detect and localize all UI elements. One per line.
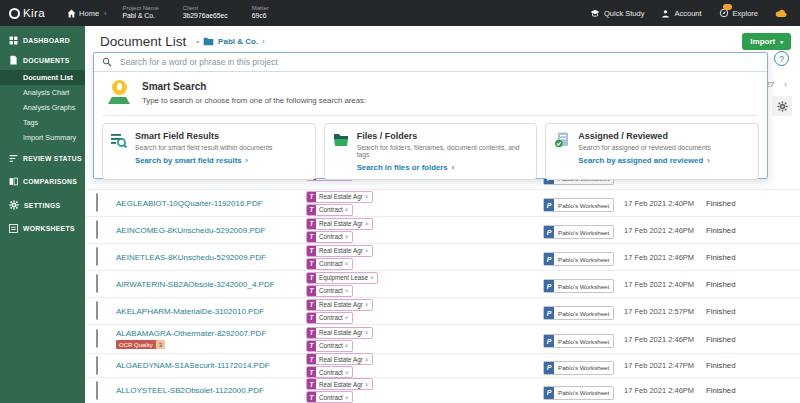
document-link[interactable]: AIRWATERIN-SB2AObsole-3242000_4.PDF	[116, 280, 275, 289]
row-checkbox[interactable]	[96, 329, 98, 348]
document-link[interactable]: AEGLEABIOT-10QQuarter-1192016.PDF	[116, 199, 263, 208]
sidebar-item-dashboard[interactable]: DASHBOARD	[0, 31, 85, 50]
import-button[interactable]: Import ▾	[742, 33, 791, 50]
status-cell: Finished	[706, 253, 800, 262]
remove-tag-icon[interactable]: ×	[365, 356, 372, 363]
status-cell: Finished	[706, 199, 800, 208]
remove-tag-icon[interactable]: ×	[345, 314, 352, 321]
row-checkbox[interactable]	[96, 193, 98, 212]
remove-tag-icon[interactable]: ×	[345, 260, 352, 267]
row-checkbox[interactable]	[96, 247, 98, 266]
document-link[interactable]: ALABAMAGRA-Othermater-8292007.PDF	[116, 329, 266, 338]
sidebar-item-documents[interactable]: DOCUMENTS	[0, 50, 85, 70]
worksheet-badge[interactable]: PPablo's Worksheet	[543, 361, 614, 375]
date-cell: 17 Feb 2021 2:46PM	[624, 226, 706, 235]
files-folders-card[interactable]: Files / Folders Search for folders, file…	[324, 123, 538, 180]
tag-chip: TReal Estate Agr×	[306, 327, 373, 339]
remove-tag-icon[interactable]: ×	[365, 329, 372, 336]
date-cell: 17 Feb 2021 2:40PM	[624, 280, 706, 289]
worksheet-badge[interactable]: PPablo's Worksheet	[543, 252, 614, 266]
tag-icon: T	[307, 367, 316, 377]
kira-logo-icon	[9, 8, 20, 19]
remove-tag-icon[interactable]: ×	[345, 342, 352, 349]
worksheet-badge[interactable]: PPablo's Worksheet	[543, 386, 614, 400]
sidebar-item-worksheets[interactable]: WORKSHEETS	[0, 219, 85, 238]
sidebar-item-comparisons[interactable]: COMPARISONS	[0, 172, 85, 191]
chevron-right-icon: ›	[262, 38, 264, 45]
remove-tag-icon[interactable]: ×	[345, 206, 352, 213]
remove-tag-icon[interactable]: ×	[365, 193, 372, 200]
next-page-icon[interactable]: ›	[784, 80, 787, 89]
explore-button[interactable]: Explore	[719, 8, 758, 18]
assigned-reviewed-card[interactable]: Assigned / Reviewed Search for assigned …	[545, 123, 759, 180]
date-cell: 17 Feb 2021 2:57PM	[624, 307, 706, 316]
page-title: Document List	[100, 34, 186, 49]
tag-chip: TReal Estate Agr×	[306, 353, 373, 365]
sidebar-item-review-status[interactable]: REVIEW STATUS	[0, 149, 85, 168]
breadcrumb[interactable]: • Pabl & Co. ›	[196, 37, 264, 46]
tag-chip: TContract×	[306, 231, 353, 243]
table-settings-button[interactable]	[772, 96, 792, 116]
worksheet-badge[interactable]: PPablo's Worksheet	[543, 334, 614, 348]
row-checkbox[interactable]	[96, 301, 98, 320]
worksheet-badge[interactable]: PPablo's Worksheet	[543, 198, 614, 212]
top-bar: Kira Home › Project Name Pabl & Co. Clie…	[0, 0, 800, 26]
remove-tag-icon[interactable]: ×	[345, 233, 352, 240]
worksheet-badge[interactable]: PPablo's Worksheet	[543, 306, 614, 320]
tag-icon: T	[307, 246, 316, 256]
document-link[interactable]: AKELAPHARM-MaterialDe-3102010.PDF	[116, 307, 264, 316]
project-name-meta: Project Name Pabl & Co.	[122, 5, 158, 22]
tag-icon: T	[307, 328, 316, 338]
ocr-quality-badge: OCR Quality3	[116, 340, 165, 349]
sidebar-item-document-list[interactable]: Document List	[0, 70, 85, 85]
tag-icon: T	[307, 341, 316, 351]
row-checkbox[interactable]	[96, 381, 98, 400]
document-link[interactable]: AEINCOMEG-8KUnschedu-5292009.PDF	[116, 226, 265, 235]
tag-icon: T	[307, 232, 316, 242]
date-cell: 17 Feb 2021 2:47PM	[624, 361, 706, 370]
worksheet-badge[interactable]: PPablo's Worksheet	[543, 279, 614, 293]
sidebar-item-analysis-graphs[interactable]: Analysis Graphs	[0, 100, 85, 115]
search-by-smart-field-link[interactable]: Search by smart field results›	[135, 156, 273, 165]
help-button[interactable]: ?	[774, 51, 789, 66]
date-cell: 17 Feb 2021 2:46PM	[624, 386, 706, 395]
status-cell: Finished	[706, 386, 800, 395]
row-checkbox[interactable]	[96, 274, 98, 293]
document-link[interactable]: ALGAEDYNAM-S1ASecurit-11172014.PDF	[116, 361, 270, 370]
home-button[interactable]: Home ›	[67, 9, 106, 18]
remove-tag-icon[interactable]: ×	[345, 287, 352, 294]
remove-tag-icon[interactable]: ×	[365, 381, 372, 388]
row-checkbox[interactable]	[96, 356, 98, 375]
remove-tag-icon[interactable]: ×	[345, 369, 352, 376]
worksheet-badge[interactable]: PPablo's Worksheet	[543, 225, 614, 239]
quick-study-button[interactable]: Quick Study	[590, 9, 644, 18]
search-by-assigned-link[interactable]: Search by assigned and reviewed›	[578, 156, 711, 165]
sidebar-item-import-summary[interactable]: Import Summary	[0, 130, 85, 145]
document-link[interactable]: ALLOYSTEEL-SB2Obsolet-1122000.PDF	[116, 386, 264, 395]
card-description: Search for assigned or reviewed document…	[578, 144, 711, 151]
account-button[interactable]: Account	[661, 9, 701, 18]
row-checkbox[interactable]	[96, 220, 98, 239]
breadcrumb-project-link[interactable]: Pabl & Co.	[218, 37, 258, 46]
topbar-right: Quick Study Account Explore	[590, 8, 800, 18]
remove-tag-icon[interactable]: ×	[345, 394, 352, 401]
sidebar-item-analysis-chart[interactable]: Analysis Chart	[0, 85, 85, 100]
remove-tag-icon[interactable]: ×	[365, 301, 372, 308]
remove-tag-icon[interactable]: ×	[365, 247, 372, 254]
tag-icon: T	[307, 313, 316, 323]
tag-chip: TEquipment Lease×	[306, 272, 378, 284]
search-in-files-link[interactable]: Search in files or folders›	[357, 163, 529, 172]
gear-icon	[9, 200, 19, 210]
tag-icon: T	[307, 300, 316, 310]
tag-chip: TContract×	[306, 391, 353, 403]
sidebar-item-tags[interactable]: Tags	[0, 115, 85, 130]
cloud-icon[interactable]	[775, 8, 788, 18]
search-input[interactable]	[118, 56, 759, 68]
remove-tag-icon[interactable]: ×	[365, 220, 372, 227]
document-link[interactable]: AEINETLEAS-8KUnschedu-5292009.PDF	[116, 253, 266, 262]
smart-field-results-card[interactable]: Smart Field Results Search for smart fie…	[102, 123, 316, 180]
quick-study-label: Quick Study	[604, 9, 644, 18]
sidebar-item-settings[interactable]: SETTINGS	[0, 195, 85, 215]
kira-logo[interactable]: Kira	[0, 7, 53, 19]
remove-tag-icon[interactable]: ×	[370, 274, 377, 281]
